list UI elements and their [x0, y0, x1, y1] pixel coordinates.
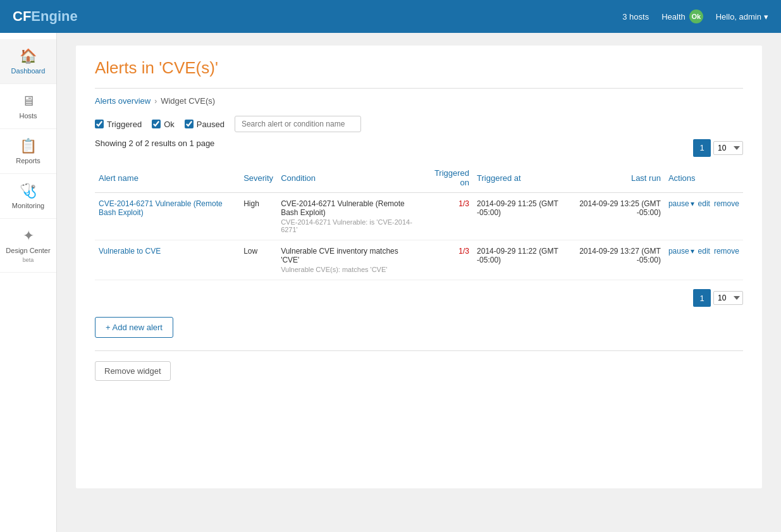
condition-sub: CVE-2014-6271 Vulnerable: is 'CVE-2014-6… — [281, 218, 418, 233]
reports-icon: 📋 — [20, 138, 37, 154]
triggered-count: 1/3 — [458, 247, 469, 256]
main-content: Alerts in 'CVE(s)' Alerts overview › Wid… — [57, 33, 781, 532]
triggered-on-cell: 1/3 — [422, 240, 473, 280]
sidebar-item-label: Reports — [16, 157, 40, 164]
alert-name-cell: Vulnerable to CVE — [95, 240, 240, 280]
severity-cell: High — [240, 193, 277, 240]
page-number-bottom[interactable]: 1 — [693, 289, 711, 307]
alert-name-link[interactable]: CVE-2014-6271 Vulnerable (Remote Bash Ex… — [99, 199, 223, 217]
sidebar: 🏠 Dashboard 🖥 Hosts 📋 Reports 🩺 Monitori… — [0, 33, 57, 532]
pause-button[interactable]: pause ▾ — [668, 247, 694, 256]
breadcrumb-current: Widget CVE(s) — [161, 96, 215, 106]
pause-button[interactable]: pause ▾ — [668, 199, 694, 208]
sidebar-item-dashboard[interactable]: 🏠 Dashboard — [0, 39, 56, 84]
navbar-right: 3 hosts Health Ok Hello, admin ▾ — [622, 9, 768, 23]
actions-group: pause ▾ edit remove — [668, 199, 739, 208]
ok-checkbox[interactable] — [152, 120, 161, 128]
severity-cell: Low — [240, 240, 277, 280]
table-row: CVE-2014-6271 Vulnerable (Remote Bash Ex… — [95, 193, 743, 240]
edit-link[interactable]: edit — [698, 199, 710, 208]
pagination-bottom: 1 10 25 50 100 — [693, 289, 743, 307]
chevron-down-icon: ▾ — [691, 199, 694, 208]
col-last-run: Last run — [570, 163, 665, 193]
triggered-at-cell: 2014-09-29 11:25 (GMT -05:00) — [473, 193, 570, 240]
health-label: Health — [661, 12, 686, 22]
health-section: Health Ok — [661, 9, 703, 23]
col-triggered-at: Triggered at — [473, 163, 570, 193]
sidebar-item-label: Dashboard — [11, 67, 46, 75]
sidebar-item-hosts[interactable]: 🖥 Hosts — [0, 84, 56, 129]
table-row: Vulnerable to CVE Low Vulnerable CVE inv… — [95, 240, 743, 280]
title-divider — [95, 88, 743, 89]
alert-name-link[interactable]: Vulnerable to CVE — [99, 247, 161, 256]
remove-widget-button[interactable]: Remove widget — [95, 361, 171, 381]
search-input[interactable] — [235, 116, 361, 132]
col-severity: Severity — [240, 163, 277, 193]
triggered-count: 1/3 — [458, 199, 469, 208]
brand-cf: CF — [13, 8, 31, 24]
condition-main: Vulnerable CVE inventory matches 'CVE' — [281, 247, 418, 264]
alerts-table: Alert name Severity Condition Triggered … — [95, 163, 743, 280]
col-condition: Condition — [277, 163, 422, 193]
brand-logo[interactable]: CFEngine — [13, 8, 78, 25]
sidebar-item-label: Hosts — [19, 112, 37, 120]
filter-ok[interactable]: Ok — [152, 120, 175, 129]
triggered-label: Triggered — [107, 120, 142, 129]
condition-main: CVE-2014-6271 Vulnerable (Remote Bash Ex… — [281, 199, 418, 217]
actions-cell: pause ▾ edit remove — [665, 193, 743, 240]
col-actions: Actions — [665, 163, 743, 193]
alert-name-cell: CVE-2014-6271 Vulnerable (Remote Bash Ex… — [95, 193, 240, 240]
hosts-count: 3 hosts — [622, 12, 649, 22]
hosts-icon: 🖥 — [22, 93, 35, 109]
remove-link[interactable]: remove — [714, 199, 739, 208]
col-triggered-on: Triggered on — [422, 163, 473, 193]
chevron-down-icon: ▾ — [764, 12, 768, 22]
sidebar-item-reports[interactable]: 📋 Reports — [0, 129, 56, 174]
filter-paused[interactable]: Paused — [185, 120, 224, 129]
user-label: Hello, admin — [716, 12, 761, 22]
navbar: CFEngine 3 hosts Health Ok Hello, admin … — [0, 0, 781, 33]
page-number-top[interactable]: 1 — [693, 139, 711, 157]
last-run-cell: 2014-09-29 13:27 (GMT -05:00) — [570, 240, 665, 280]
sidebar-item-design-center[interactable]: ✦ Design Center beta — [0, 219, 56, 273]
last-run-cell: 2014-09-29 13:25 (GMT -05:00) — [570, 193, 665, 240]
dashboard-icon: 🏠 — [20, 48, 37, 65]
per-page-select-top[interactable]: 10 25 50 100 — [713, 141, 743, 155]
triggered-checkbox[interactable] — [95, 120, 104, 128]
app-layout: 🏠 Dashboard 🖥 Hosts 📋 Reports 🩺 Monitori… — [0, 33, 781, 532]
breadcrumb-separator: › — [154, 97, 157, 106]
design-center-beta: beta — [23, 257, 34, 263]
condition-cell: Vulnerable CVE inventory matches 'CVE' V… — [277, 240, 422, 280]
page-title: Alerts in 'CVE(s)' — [95, 58, 743, 78]
user-menu[interactable]: Hello, admin ▾ — [716, 12, 768, 22]
page-card: Alerts in 'CVE(s)' Alerts overview › Wid… — [76, 46, 762, 488]
condition-cell: CVE-2014-6271 Vulnerable (Remote Bash Ex… — [277, 193, 422, 240]
brand-engine: Engine — [31, 8, 77, 24]
paused-label: Paused — [197, 120, 224, 129]
actions-cell: pause ▾ edit remove — [665, 240, 743, 280]
design-center-icon: ✦ — [23, 228, 34, 244]
pagination-top: 1 10 25 50 100 — [693, 139, 743, 157]
sidebar-item-label: Monitoring — [12, 202, 44, 209]
per-page-select-bottom[interactable]: 10 25 50 100 — [713, 291, 743, 305]
bottom-divider — [95, 350, 743, 351]
breadcrumb: Alerts overview › Widget CVE(s) — [95, 96, 743, 106]
ok-label: Ok — [164, 120, 175, 129]
edit-link[interactable]: edit — [698, 247, 710, 256]
monitoring-icon: 🩺 — [20, 183, 37, 199]
actions-group: pause ▾ edit remove — [668, 247, 739, 256]
remove-link[interactable]: remove — [714, 247, 739, 256]
add-alert-button[interactable]: + Add new alert — [95, 317, 173, 338]
breadcrumb-alerts-overview[interactable]: Alerts overview — [95, 96, 151, 106]
health-badge: Ok — [689, 9, 703, 23]
paused-checkbox[interactable] — [185, 120, 194, 128]
sidebar-item-monitoring[interactable]: 🩺 Monitoring — [0, 174, 56, 219]
chevron-down-icon: ▾ — [691, 247, 694, 256]
col-alert-name: Alert name — [95, 163, 240, 193]
filter-triggered[interactable]: Triggered — [95, 120, 142, 129]
triggered-at-cell: 2014-09-29 11:22 (GMT -05:00) — [473, 240, 570, 280]
triggered-on-cell: 1/3 — [422, 193, 473, 240]
results-info: Showing 2 of 2 results on 1 page — [95, 139, 214, 148]
sidebar-item-label: Design Center — [6, 247, 50, 254]
filters-row: Triggered Ok Paused — [95, 116, 743, 132]
